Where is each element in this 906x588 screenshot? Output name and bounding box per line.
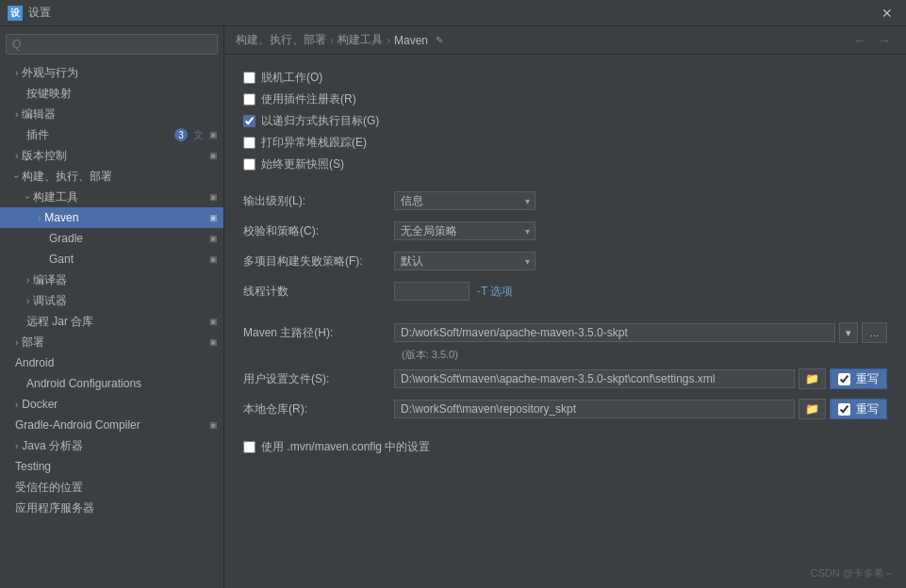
arrow-icon: › [26, 275, 29, 286]
user-settings-label: 用户设置文件(S): [243, 371, 394, 387]
sidebar-item-label: 插件 [26, 127, 174, 143]
arrow-icon: › [15, 337, 18, 348]
sidebar-item-app-servers[interactable]: 应用程序服务器 [0, 498, 223, 518]
search-input[interactable] [6, 34, 218, 55]
maven-version-text: (版本: 3.5.0) [402, 348, 887, 362]
main-content: › 外观与行为 按键映射 › 编辑器 插件 3 文 ▣ › 版本控制 ▣ [0, 26, 906, 588]
arrow-down-icon: › [11, 174, 22, 177]
sidebar-item-build-tools[interactable]: › 构建工具 ▣ [0, 187, 223, 207]
sidebar-item-gradle[interactable]: Gradle ▣ [0, 228, 223, 249]
title-text: 设置 [28, 5, 51, 21]
sidebar-item-docker[interactable]: › Docker [0, 394, 223, 415]
failure-strategy-select[interactable]: 默认 快速失败 在结束时失败 [394, 252, 535, 270]
update-snapshots-checkbox[interactable] [243, 158, 255, 171]
right-panel: 构建、执行、部署 › 构建工具 › Maven ✎ ← → 脱机工作(O) 使用… [224, 26, 906, 588]
breadcrumb-sep-2: › [387, 34, 390, 47]
sidebar-item-build-deploy[interactable]: › 构建、执行、部署 [0, 166, 223, 187]
update-snapshots-label[interactable]: 始终更新快照(S) [261, 156, 344, 172]
sidebar-item-label: Java 分析器 [22, 438, 220, 454]
local-repo-input[interactable] [394, 400, 795, 418]
sidebar-item-testing[interactable]: Testing [0, 456, 223, 477]
sidebar-item-editor[interactable]: › 编辑器 [0, 104, 223, 124]
back-button[interactable]: ← [849, 31, 870, 50]
sidebar-item-label: 编辑器 [22, 106, 220, 122]
sidebar-item-plugins[interactable]: 插件 3 文 ▣ [0, 124, 223, 145]
breadcrumb-item-1: 构建、执行、部署 [236, 32, 326, 48]
update-snapshots-checkbox-row: 始终更新快照(S) [243, 156, 887, 172]
output-level-select[interactable]: 信息 调试 警告 错误 [394, 191, 535, 210]
maven-home-input-group: ▾ ... [394, 322, 887, 343]
close-button[interactable]: ✕ [876, 4, 898, 23]
output-level-row: 输出级别(L): 信息 调试 警告 错误 [243, 189, 887, 212]
sidebar-item-java-analysis[interactable]: › Java 分析器 [0, 435, 223, 456]
maven-home-input[interactable] [394, 323, 835, 342]
user-settings-override-checkbox[interactable] [838, 373, 850, 385]
maven-home-row: Maven 主路径(H): ▾ ... [243, 321, 887, 344]
plugin-registry-checkbox[interactable] [243, 93, 255, 106]
sidebar-item-android-configs[interactable]: Android Configurations [0, 373, 223, 394]
edit-icon: ✎ [436, 35, 443, 45]
sidebar-item-label: 按键映射 [26, 86, 220, 102]
threads-input[interactable] [394, 282, 469, 301]
t-option-label: -T 选项 [477, 284, 513, 300]
plugin-registry-label[interactable]: 使用插件注册表(R) [261, 91, 356, 107]
arrow-icon: › [15, 400, 18, 410]
deploy-side-icon: ▣ [206, 335, 220, 349]
sidebar-item-deploy[interactable]: › 部署 ▣ [0, 332, 223, 352]
local-repo-override-label: 重写 [856, 401, 879, 417]
maven-home-dropdown-button[interactable]: ▾ [839, 322, 858, 343]
mvn-config-checkbox[interactable] [243, 441, 255, 453]
sidebar-item-vcs[interactable]: › 版本控制 ▣ [0, 145, 223, 166]
offline-label[interactable]: 脱机工作(O) [261, 70, 322, 86]
checksum-policy-select[interactable]: 无全局策略 宽松 严格 [394, 221, 535, 240]
sidebar-item-trusted-locations[interactable]: 受信任的位置 [0, 477, 223, 498]
search-box [0, 26, 223, 62]
recursive-checkbox[interactable] [243, 115, 255, 127]
maven-home-browse-button[interactable]: ... [862, 322, 887, 343]
offline-checkbox[interactable] [243, 72, 255, 84]
user-settings-input[interactable] [394, 369, 795, 388]
threads-label: 线程计数 [243, 284, 394, 300]
forward-button[interactable]: → [874, 31, 895, 50]
sidebar-item-remote-jar[interactable]: 远程 Jar 合库 ▣ [0, 311, 223, 332]
arrow-icon: › [15, 441, 18, 451]
sidebar-item-compiler[interactable]: › 编译器 [0, 270, 223, 290]
sidebar-item-maven[interactable]: › Maven ▣ [0, 207, 223, 228]
stacktrace-label[interactable]: 打印异常堆栈跟踪(E) [261, 135, 367, 151]
stacktrace-checkbox[interactable] [243, 137, 255, 149]
sidebar-item-label: 构建工具 [33, 189, 205, 205]
mvn-config-label[interactable]: 使用 .mvn/maven.config 中的设置 [261, 439, 430, 455]
user-settings-input-group: 📁 重写 [394, 368, 887, 389]
sidebar-item-gant[interactable]: Gant ▣ [0, 249, 223, 270]
sidebar-item-label: 外观与行为 [22, 65, 220, 81]
remote-jar-side-icon: ▣ [206, 315, 220, 328]
local-repo-override-button[interactable]: 重写 [830, 399, 887, 419]
gant-side-icon: ▣ [206, 253, 220, 266]
maven-home-label: Maven 主路径(H): [243, 325, 394, 341]
output-level-select-wrapper: 信息 调试 警告 错误 [394, 191, 535, 210]
local-repo-browse-button[interactable]: 📁 [799, 399, 826, 419]
sidebar-item-keymap[interactable]: 按键映射 [0, 83, 223, 104]
sidebar-item-gradle-android[interactable]: Gradle-Android Compiler ▣ [0, 415, 223, 435]
failure-strategy-row: 多项目构建失败策略(F): 默认 快速失败 在结束时失败 [243, 250, 887, 272]
user-settings-browse-button[interactable]: 📁 [799, 368, 826, 389]
user-settings-row: 用户设置文件(S): 📁 重写 [243, 368, 887, 390]
sidebar-pin-icon: ▣ [206, 128, 220, 141]
arrow-icon: › [15, 109, 18, 120]
gradle-side-icon: ▣ [206, 232, 220, 245]
user-settings-override-button[interactable]: 重写 [830, 368, 887, 389]
local-repo-override-checkbox[interactable] [838, 403, 850, 416]
sidebar-item-debugger[interactable]: › 调试器 [0, 290, 223, 311]
sidebar-item-android[interactable]: Android [0, 352, 223, 373]
sidebar-item-appearance[interactable]: › 外观与行为 [0, 62, 223, 83]
recursive-label[interactable]: 以递归方式执行目标(G) [261, 113, 379, 129]
arrow-icon: › [15, 151, 18, 161]
recursive-checkbox-row: 以递归方式执行目标(G) [243, 113, 887, 129]
failure-strategy-select-wrapper: 默认 快速失败 在结束时失败 [394, 252, 535, 270]
build-tools-side-icon: ▣ [206, 190, 220, 204]
failure-strategy-label: 多项目构建失败策略(F): [243, 253, 394, 270]
arrow-icon: › [26, 296, 29, 306]
sidebar-item-label: 远程 Jar 合库 [26, 314, 205, 330]
local-repo-label: 本地仓库(R): [243, 401, 394, 417]
plugin-registry-checkbox-row: 使用插件注册表(R) [243, 91, 887, 107]
